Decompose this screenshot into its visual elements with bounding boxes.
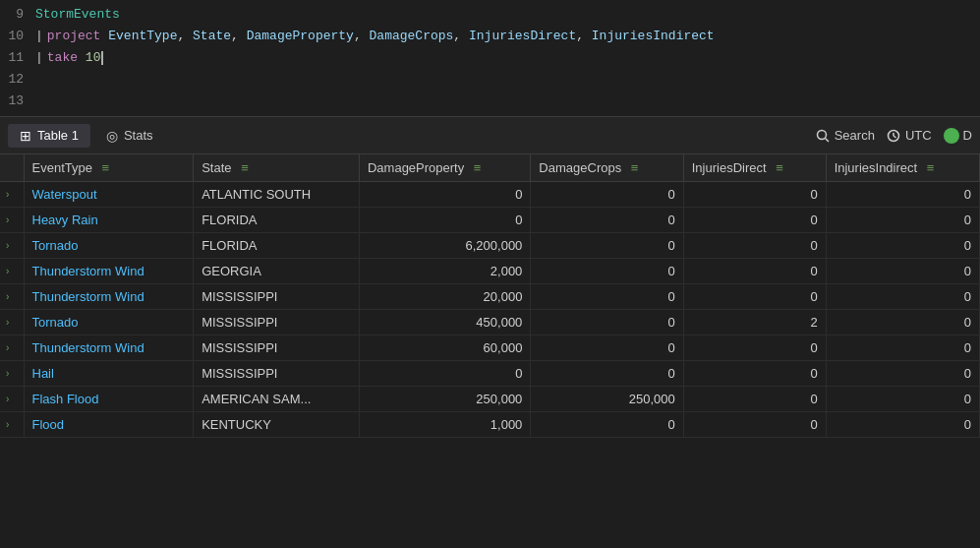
tab-table1[interactable]: ⊞ Table 1 — [8, 124, 90, 148]
table-body: ›WaterspoutATLANTIC SOUTH0000›Heavy Rain… — [0, 182, 980, 438]
th-DamageCrops[interactable]: DamageCrops ≡ — [531, 154, 683, 182]
table-row[interactable]: ›FloodKENTUCKY1,000000 — [0, 412, 980, 438]
cell-DamageProperty: 60,000 — [359, 335, 530, 361]
th-State[interactable]: State ≡ — [194, 154, 360, 182]
cell-InjuriesIndirect: 0 — [826, 361, 979, 387]
table-row[interactable]: ›HailMISSISSIPPI0000 — [0, 361, 980, 387]
table-row[interactable]: ›TornadoMISSISSIPPI450,000020 — [0, 310, 980, 335]
row-expander[interactable]: › — [0, 361, 24, 387]
tab-stats[interactable]: ◎ Stats — [94, 124, 165, 148]
cell-DamageProperty: 250,000 — [359, 387, 530, 412]
th-DamageCrops-filter: ≡ — [631, 160, 639, 175]
code-editor[interactable]: 9 StormEvents 10 | project EventType, St… — [0, 0, 980, 117]
cell-InjuriesIndirect: 0 — [826, 182, 979, 208]
cell-State: MISSISSIPPI — [194, 284, 360, 310]
cell-State: MISSISSIPPI — [194, 335, 360, 361]
cell-DamageProperty: 2,000 — [359, 259, 530, 284]
row-expander[interactable]: › — [0, 387, 24, 412]
code-token-project: project — [47, 26, 101, 47]
row-expander[interactable]: › — [0, 335, 24, 361]
search-icon — [816, 129, 830, 143]
cell-DamageProperty: 0 — [359, 361, 530, 387]
cell-InjuriesDirect: 0 — [683, 259, 826, 284]
cell-InjuriesIndirect: 0 — [826, 284, 979, 310]
cell-DamageCrops: 0 — [531, 335, 683, 361]
cell-InjuriesDirect: 0 — [683, 208, 826, 233]
th-EventType-label: EventType — [32, 160, 92, 175]
th-InjuriesDirect-label: InjuriesDirect — [692, 160, 767, 175]
cell-InjuriesDirect: 0 — [683, 361, 826, 387]
cell-DamageCrops: 0 — [531, 284, 683, 310]
cell-DamageCrops: 0 — [531, 233, 683, 259]
th-InjuriesDirect[interactable]: InjuriesDirect ≡ — [683, 154, 826, 182]
code-line-10: 10 | project EventType, State, DamagePro… — [0, 26, 980, 47]
cell-EventType: Tornado — [24, 310, 194, 335]
row-expander[interactable]: › — [0, 412, 24, 438]
cell-EventType: Heavy Rain — [24, 208, 194, 233]
cell-InjuriesDirect: 0 — [683, 412, 826, 438]
cell-EventType: Thunderstorm Wind — [24, 259, 194, 284]
cell-InjuriesDirect: 2 — [683, 310, 826, 335]
th-DamageProperty[interactable]: DamageProperty ≡ — [359, 154, 530, 182]
table-container[interactable]: EventType ≡ State ≡ DamageProperty ≡ Dam… — [0, 154, 980, 548]
cell-EventType: Hail — [24, 361, 194, 387]
cell-EventType: Waterspout — [24, 182, 194, 208]
cell-State: FLORIDA — [194, 233, 360, 259]
cell-InjuriesIndirect: 0 — [826, 335, 979, 361]
table-row[interactable]: ›WaterspoutATLANTIC SOUTH0000 — [0, 182, 980, 208]
search-label: Search — [835, 128, 875, 143]
cell-State: MISSISSIPPI — [194, 361, 360, 387]
th-DamageProperty-filter: ≡ — [474, 160, 482, 175]
cell-DamageCrops: 0 — [531, 361, 683, 387]
cell-DamageCrops: 0 — [531, 310, 683, 335]
cell-InjuriesDirect: 0 — [683, 182, 826, 208]
status-indicator: D — [944, 128, 972, 144]
cell-DamageCrops: 0 — [531, 259, 683, 284]
line-number-11: 11 — [0, 47, 35, 69]
cell-DamageProperty: 1,000 — [359, 412, 530, 438]
cell-State: KENTUCKY — [194, 412, 360, 438]
th-DamageProperty-label: DamageProperty — [368, 160, 464, 175]
row-expander[interactable]: › — [0, 259, 24, 284]
cell-InjuriesIndirect: 0 — [826, 387, 979, 412]
cell-DamageCrops: 0 — [531, 412, 683, 438]
cell-State: ATLANTIC SOUTH — [194, 182, 360, 208]
row-expander[interactable]: › — [0, 310, 24, 335]
cell-DamageProperty: 6,200,000 — [359, 233, 530, 259]
table-row[interactable]: ›TornadoFLORIDA6,200,000000 — [0, 233, 980, 259]
code-line-12: 12 — [0, 69, 980, 91]
table-row[interactable]: ›Thunderstorm WindGEORGIA2,000000 — [0, 259, 980, 284]
row-expander[interactable]: › — [0, 233, 24, 259]
code-line-13: 13 — [0, 91, 980, 112]
cell-InjuriesIndirect: 0 — [826, 412, 979, 438]
th-EventType[interactable]: EventType ≡ — [24, 154, 194, 182]
svg-line-4 — [894, 136, 896, 138]
th-InjuriesIndirect[interactable]: InjuriesIndirect ≡ — [826, 154, 979, 182]
cell-State: AMERICAN SAM... — [194, 387, 360, 412]
cell-State: FLORIDA — [194, 208, 360, 233]
pipe-char-10: | — [35, 26, 43, 47]
cell-State: GEORGIA — [194, 259, 360, 284]
table-row[interactable]: ›Thunderstorm WindMISSISSIPPI60,000000 — [0, 335, 980, 361]
table-icon: ⊞ — [20, 128, 31, 144]
th-InjuriesIndirect-label: InjuriesIndirect — [835, 160, 918, 175]
toolbar: ⊞ Table 1 ◎ Stats Search UTC D — [0, 117, 980, 154]
line-number-9: 9 — [0, 4, 35, 26]
cell-InjuriesDirect: 0 — [683, 233, 826, 259]
row-expander[interactable]: › — [0, 208, 24, 233]
table-row[interactable]: ›Flash FloodAMERICAN SAM...250,000250,00… — [0, 387, 980, 412]
row-expander[interactable]: › — [0, 182, 24, 208]
cell-InjuriesIndirect: 0 — [826, 233, 979, 259]
search-button[interactable]: Search — [816, 128, 875, 143]
tab-table1-label: Table 1 — [37, 128, 79, 143]
table-header-row: EventType ≡ State ≡ DamageProperty ≡ Dam… — [0, 154, 980, 182]
th-State-label: State — [202, 160, 231, 175]
toolbar-right: Search UTC D — [816, 128, 972, 144]
table-row[interactable]: ›Heavy RainFLORIDA0000 — [0, 208, 980, 233]
table-row[interactable]: ›Thunderstorm WindMISSISSIPPI20,000000 — [0, 284, 980, 310]
cell-DamageCrops: 0 — [531, 182, 683, 208]
th-EventType-filter: ≡ — [102, 160, 110, 175]
status-dot — [944, 128, 959, 144]
row-expander[interactable]: › — [0, 284, 24, 310]
utc-button[interactable]: UTC — [887, 128, 932, 143]
